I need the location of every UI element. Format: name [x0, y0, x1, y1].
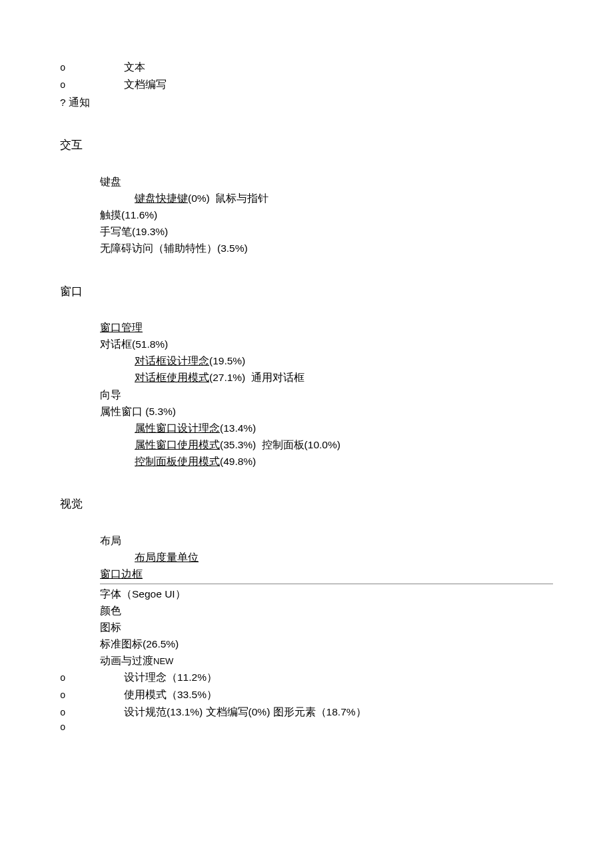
item-wizard: 向导 [100, 386, 553, 403]
item-dialog: 对话框(51.8%) [100, 336, 553, 352]
visual-bullet-row: o 设计理念（11.2%） [60, 669, 553, 686]
top-bullet-row: o 文本 [60, 59, 553, 76]
horizontal-separator [100, 584, 553, 584]
bullet-o-icon: o [60, 78, 124, 93]
bullet-o-icon: o [60, 61, 124, 76]
item-ctrl-panel: 控制面板(10.0%) [262, 439, 340, 450]
notify-line: ? 通知 [60, 94, 553, 111]
item-icon: 图标 [100, 619, 553, 636]
item-layout: 布局 [100, 532, 553, 549]
pct-prop-design: (13.4%) [220, 422, 256, 434]
item-animation: 动画与过渡 [100, 655, 153, 666]
item-dialog-pattern-row: 对话框使用模式(27.1%) 通用对话框 [135, 369, 553, 386]
section-visual-heading: 视觉 [60, 495, 553, 514]
link-layout-unit[interactable]: 布局度量单位 [135, 552, 199, 563]
pct-ctrl-panel-pattern: (49.8%) [220, 456, 256, 467]
visual-bullet-row: o 使用模式（33.5%） [60, 686, 553, 703]
link-window-mgmt[interactable]: 窗口管理 [100, 322, 143, 333]
item-anim-row: 动画与过渡NEW [100, 652, 553, 669]
item-font: 字体（Segoe UI） [100, 586, 553, 602]
link-prop-design[interactable]: 属性窗口设计理念 [135, 422, 220, 434]
document-page: o 文本 o 文档编写 ? 通知 交互 键盘 键盘快捷键(0%) 鼠标与指针 触… [0, 0, 613, 775]
item-window-mgmt: 窗口管理 [100, 319, 553, 336]
top-bullet-1: 文本 [124, 59, 145, 75]
item-common-dialog: 通用对话框 [251, 372, 305, 383]
link-dialog-design[interactable]: 对话框设计理念 [135, 355, 209, 366]
link-window-frame[interactable]: 窗口边框 [100, 568, 143, 580]
item-std-icon: 标准图标(26.5%) [100, 636, 553, 652]
bullet-o-icon: o [60, 671, 124, 686]
item-prop-design-row: 属性窗口设计理念(13.4%) [135, 420, 553, 436]
link-ctrl-panel-pattern[interactable]: 控制面板使用模式 [135, 456, 220, 467]
visual-bullet-3: 设计规范(13.1%) 文档编写(0%) 图形元素（18.7%） [124, 703, 366, 720]
bullet-o-icon: o [60, 688, 124, 703]
bullet-o-icon: o [60, 705, 124, 721]
visual-bullet-row: o 设计规范(13.1%) 文档编写(0%) 图形元素（18.7%） [60, 703, 553, 721]
pct-dialog-pattern: (27.1%) [209, 372, 245, 383]
link-prop-pattern[interactable]: 属性窗口使用模式 [135, 439, 220, 450]
item-accessibility: 无障碍访问（辅助特性）(3.5%) [100, 240, 553, 256]
item-keyboard: 键盘 [100, 173, 553, 190]
pct-dialog-design: (19.5%) [209, 355, 245, 366]
section-window-heading: 窗口 [60, 282, 553, 301]
bullet-o-icon: o [60, 720, 124, 735]
top-bullet-2: 文档编写 [124, 76, 167, 93]
item-touch: 触摸(11.6%) [100, 207, 553, 223]
item-prop-pattern-row: 属性窗口使用模式(35.3%) 控制面板(10.0%) [135, 436, 553, 453]
visual-bullet-1: 设计理念（11.2%） [124, 669, 217, 685]
pct-prop-pattern: (35.3%) [220, 439, 256, 450]
item-stylus: 手写笔(19.3%) [100, 223, 553, 240]
pct-keyboard-shortcut: (0%) [188, 193, 210, 204]
link-keyboard-shortcut[interactable]: 键盘快捷键 [135, 193, 188, 204]
link-dialog-pattern[interactable]: 对话框使用模式 [135, 372, 209, 383]
item-prop-win: 属性窗口 (5.3%) [100, 403, 553, 420]
item-layout-unit: 布局度量单位 [135, 549, 553, 566]
item-ctrl-panel-pattern-row: 控制面板使用模式(49.8%) [135, 453, 553, 470]
item-window-frame: 窗口边框 [100, 566, 553, 582]
section-interaction-heading: 交互 [60, 136, 553, 155]
item-dialog-design-row: 对话框设计理念(19.5%) [135, 352, 553, 369]
visual-bullet-2: 使用模式（33.5%） [124, 686, 217, 703]
item-keyboard-shortcut-row: 键盘快捷键(0%) 鼠标与指针 [135, 190, 553, 207]
item-color: 颜色 [100, 602, 553, 619]
new-tag: NEW [153, 656, 173, 666]
item-mouse: 鼠标与指针 [215, 193, 269, 204]
top-bullet-row: o 文档编写 [60, 76, 553, 93]
visual-bullet-row: o [60, 720, 553, 735]
